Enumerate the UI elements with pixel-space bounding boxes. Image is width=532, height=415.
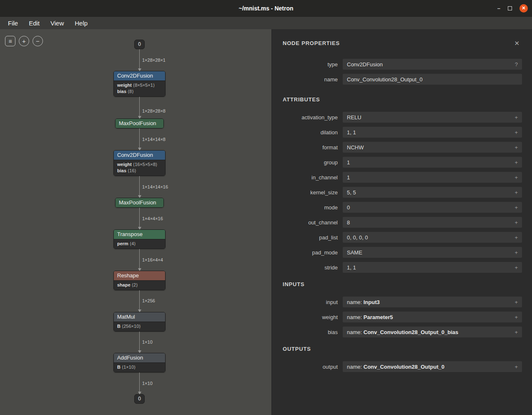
edge-shape-label: 1×10 bbox=[142, 340, 153, 345]
expand-icon[interactable]: + bbox=[514, 159, 518, 166]
attribute-row: activation_type RELU + bbox=[283, 112, 522, 123]
panel-title: NODE PROPERTIES bbox=[283, 40, 340, 46]
expand-icon[interactable]: + bbox=[514, 204, 518, 211]
graph-canvas[interactable]: ≡ + − 0 1×28×28×1 Conv2DFusion weight⟨8×… bbox=[0, 29, 271, 415]
input-label: weight bbox=[283, 314, 338, 320]
expand-icon[interactable]: + bbox=[514, 234, 518, 241]
attribute-row: format NCHW + bbox=[283, 142, 522, 153]
attribute-value-field[interactable]: 0 + bbox=[343, 202, 522, 213]
close-panel-icon[interactable]: ✕ bbox=[514, 40, 519, 46]
attribute-label: in_channel bbox=[283, 174, 338, 181]
input-label: input bbox=[283, 299, 338, 305]
graph-input-node[interactable]: 0 bbox=[134, 40, 145, 49]
attribute-value-field[interactable]: NCHW + bbox=[343, 142, 522, 153]
zoom-in-icon[interactable]: + bbox=[19, 36, 29, 46]
attribute-label: out_channel bbox=[283, 219, 338, 226]
input-value-field[interactable]: name: Conv_Convolution28_Output_0_bias + bbox=[343, 327, 522, 337]
output-value-field[interactable]: name: Conv_Convolution28_Output_0 + bbox=[343, 361, 522, 372]
attribute-row: out_channel 8 + bbox=[283, 217, 522, 228]
graph-output-node[interactable]: 0 bbox=[134, 394, 145, 404]
attribute-label: stride bbox=[283, 264, 338, 271]
attribute-value-field[interactable]: RELU + bbox=[343, 112, 522, 123]
graph-node-maxpoolfusion-1[interactable]: MaxPoolFusion bbox=[115, 118, 164, 128]
attribute-label: activation_type bbox=[283, 114, 338, 121]
type-help-icon[interactable]: ? bbox=[515, 61, 518, 68]
minimize-button[interactable]: – bbox=[497, 5, 500, 11]
outputs-heading: OUTPUTS bbox=[283, 346, 522, 352]
expand-icon[interactable]: + bbox=[514, 189, 518, 196]
attribute-value-field[interactable]: 5, 5 + bbox=[343, 187, 522, 198]
attribute-value-field[interactable]: 1, 1 + bbox=[343, 262, 522, 273]
edge-line bbox=[139, 290, 140, 312]
expand-icon[interactable]: + bbox=[514, 144, 518, 151]
attribute-value-field[interactable]: SAME + bbox=[343, 247, 522, 258]
attribute-value-field[interactable]: 1 + bbox=[343, 172, 522, 183]
property-row-name: name Conv_Convolution28_Output_0 bbox=[283, 74, 522, 85]
expand-icon[interactable]: + bbox=[514, 299, 518, 305]
edge-line bbox=[139, 128, 140, 150]
node-properties-panel: NODE PROPERTIES ✕ type Conv2DFusion ? na… bbox=[271, 29, 532, 415]
sidebar-menu-icon[interactable]: ≡ bbox=[5, 36, 15, 46]
edge-line bbox=[139, 97, 140, 118]
edge-line bbox=[139, 208, 140, 229]
graph-node-addfusion[interactable]: AddFusion B⟨1×10⟩ bbox=[113, 353, 166, 372]
menu-edit[interactable]: Edit bbox=[23, 18, 45, 28]
expand-icon[interactable]: + bbox=[514, 129, 518, 136]
attribute-label: pad_mode bbox=[283, 249, 338, 256]
property-label: type bbox=[283, 61, 338, 68]
graph-node-transpose[interactable]: Transpose perm⟨4⟩ bbox=[113, 229, 166, 249]
edge-shape-label: 1×14×14×8 bbox=[142, 137, 166, 142]
expand-icon[interactable]: + bbox=[514, 314, 518, 320]
input-row: bias name: Conv_Convolution28_Output_0_b… bbox=[283, 327, 522, 337]
close-button[interactable]: ✕ bbox=[519, 4, 528, 13]
menu-help[interactable]: Help bbox=[69, 18, 93, 28]
edge-shape-label: 1×14×14×16 bbox=[142, 184, 168, 189]
expand-icon[interactable]: + bbox=[514, 249, 518, 256]
attribute-value-field[interactable]: 0, 0, 0, 0 + bbox=[343, 232, 522, 243]
input-value-field[interactable]: name: Input3 + bbox=[343, 297, 522, 307]
menu-file[interactable]: File bbox=[3, 18, 23, 28]
input-label: bias bbox=[283, 329, 338, 335]
expand-icon[interactable]: + bbox=[514, 364, 518, 370]
expand-icon[interactable]: + bbox=[514, 174, 518, 181]
edge-shape-label: 1×4×4×16 bbox=[142, 216, 163, 221]
inputs-heading: INPUTS bbox=[283, 281, 522, 287]
attribute-value-field[interactable]: 8 + bbox=[343, 217, 522, 228]
graph-node-maxpoolfusion-2[interactable]: MaxPoolFusion bbox=[115, 198, 164, 208]
expand-icon[interactable]: + bbox=[514, 114, 518, 121]
maximize-button[interactable] bbox=[508, 6, 512, 10]
edge-shape-label: 1×16×4×4 bbox=[142, 257, 163, 262]
property-label: name bbox=[283, 76, 338, 83]
edge-line bbox=[139, 332, 140, 353]
attribute-label: mode bbox=[283, 204, 338, 211]
edge-line bbox=[139, 249, 140, 271]
graph-node-conv2dfusion-2[interactable]: Conv2DFusion weight⟨16×5×5×8⟩ bias⟨16⟩ bbox=[113, 150, 166, 176]
input-value-field[interactable]: name: Parameter5 + bbox=[343, 312, 522, 322]
title-bar: ~/mnist.ms - Netron – ✕ bbox=[0, 0, 532, 17]
attribute-label: pad_list bbox=[283, 234, 338, 241]
attribute-row: kernel_size 5, 5 + bbox=[283, 187, 522, 198]
attribute-row: pad_mode SAME + bbox=[283, 247, 522, 258]
menu-view[interactable]: View bbox=[45, 18, 69, 28]
attribute-row: stride 1, 1 + bbox=[283, 262, 522, 273]
zoom-out-icon[interactable]: − bbox=[33, 36, 43, 46]
expand-icon[interactable]: + bbox=[514, 329, 518, 335]
graph-node-reshape[interactable]: Reshape shape⟨2⟩ bbox=[113, 271, 166, 290]
expand-icon[interactable]: + bbox=[514, 219, 518, 226]
attribute-value-field[interactable]: 1, 1 + bbox=[343, 127, 522, 138]
attribute-row: in_channel 1 + bbox=[283, 172, 522, 183]
attribute-value-field[interactable]: 1 + bbox=[343, 157, 522, 168]
expand-icon[interactable]: + bbox=[514, 264, 518, 271]
attribute-row: mode 0 + bbox=[283, 202, 522, 213]
input-row: weight name: Parameter5 + bbox=[283, 312, 522, 322]
type-value-field[interactable]: Conv2DFusion ? bbox=[343, 59, 522, 70]
name-value-field[interactable]: Conv_Convolution28_Output_0 bbox=[343, 74, 522, 85]
edge-shape-label: 1×256 bbox=[142, 298, 155, 303]
window-controls: – ✕ bbox=[497, 0, 528, 16]
graph-node-matmul[interactable]: MatMul B⟨256×10⟩ bbox=[113, 312, 166, 332]
edge-shape-label: 1×28×28×8 bbox=[142, 108, 166, 113]
graph-node-conv2dfusion-1[interactable]: Conv2DFusion weight⟨8×5×5×1⟩ bias⟨8⟩ bbox=[113, 71, 166, 97]
output-label: output bbox=[283, 364, 338, 370]
attribute-label: format bbox=[283, 144, 338, 151]
attribute-label: kernel_size bbox=[283, 189, 338, 196]
